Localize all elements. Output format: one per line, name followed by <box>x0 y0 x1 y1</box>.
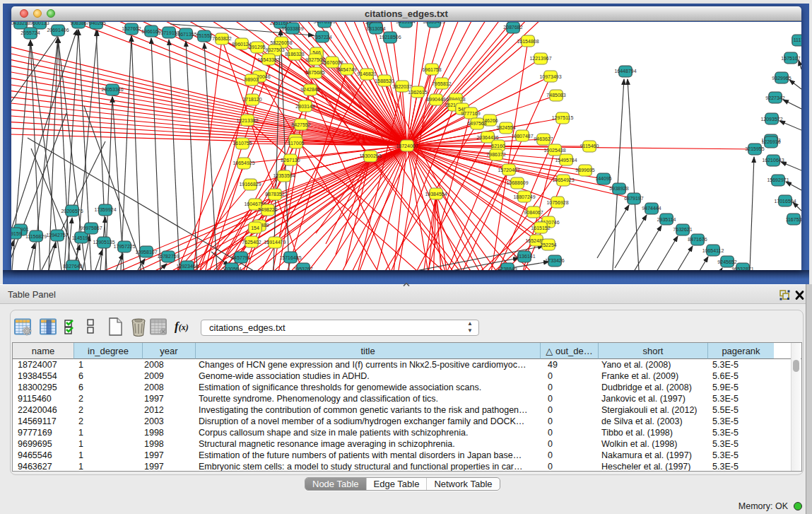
svg-text:7663822: 7663822 <box>212 36 231 41</box>
svg-text:1527602: 1527602 <box>122 26 141 31</box>
svg-text:8186328: 8186328 <box>285 52 304 57</box>
svg-text:7632621: 7632621 <box>673 227 692 232</box>
svg-text:20691406: 20691406 <box>47 28 69 33</box>
svg-text:751552: 751552 <box>196 33 212 38</box>
svg-text:2087682: 2087682 <box>503 25 522 30</box>
svg-text:9227342: 9227342 <box>765 95 784 100</box>
svg-text:14136141: 14136141 <box>513 254 535 259</box>
svg-text:19654923: 19654923 <box>552 177 574 182</box>
svg-text:9457791: 9457791 <box>231 255 250 260</box>
svg-text:12353594: 12353594 <box>273 173 295 178</box>
svg-text:2055724: 2055724 <box>20 30 40 35</box>
svg-text:99975867: 99975867 <box>80 226 102 230</box>
svg-text:9329965: 9329965 <box>772 76 791 81</box>
svg-text:20206576: 20206576 <box>61 209 83 214</box>
svg-text:19166829: 19166829 <box>239 182 261 187</box>
svg-text:6879197: 6879197 <box>624 196 643 201</box>
svg-text:19384554: 19384554 <box>425 192 447 197</box>
svg-text:6961758: 6961758 <box>422 67 441 72</box>
svg-text:10807487: 10807487 <box>511 134 533 139</box>
svg-text:17359924: 17359924 <box>94 207 116 212</box>
svg-text:9474444: 9474444 <box>642 206 661 211</box>
svg-text:15720407: 15720407 <box>498 168 519 173</box>
svg-text:5030564: 5030564 <box>222 267 241 270</box>
svg-text:98903: 98903 <box>245 77 259 82</box>
svg-text:116753: 116753 <box>786 217 801 222</box>
svg-text:9899695: 9899695 <box>575 168 594 173</box>
svg-text:2935114: 2935114 <box>657 217 676 222</box>
svg-text:15692971: 15692971 <box>767 177 789 182</box>
svg-text:26676038: 26676038 <box>321 60 343 65</box>
svg-text:12975115: 12975115 <box>552 115 574 120</box>
svg-text:10654925: 10654925 <box>233 160 254 165</box>
svg-text:17957225: 17957225 <box>113 244 135 249</box>
svg-text:1117: 1117 <box>794 37 801 42</box>
svg-text:16448794: 16448794 <box>614 69 636 74</box>
svg-text:1226916: 1226916 <box>761 139 780 144</box>
svg-text:94078161: 94078161 <box>313 22 335 24</box>
svg-text:10688609: 10688609 <box>506 180 528 185</box>
svg-text:20053346: 20053346 <box>101 87 123 92</box>
svg-text:9115460: 9115460 <box>580 144 599 148</box>
svg-text:9327503: 9327503 <box>265 47 284 52</box>
svg-text:16543382: 16543382 <box>257 57 279 62</box>
svg-text:20364436: 20364436 <box>476 135 498 140</box>
svg-text:7955812: 7955812 <box>432 81 451 86</box>
svg-text:1610755: 1610755 <box>233 141 252 146</box>
svg-text:12213967: 12213967 <box>529 56 551 61</box>
svg-text:7485083: 7485083 <box>546 93 565 98</box>
svg-text:10654112: 10654112 <box>702 248 724 253</box>
svg-text:3953767: 3953767 <box>293 267 312 270</box>
svg-text:18807249: 18807249 <box>513 194 535 199</box>
svg-text:4238849: 4238849 <box>498 267 517 270</box>
svg-text:5498222: 5498222 <box>258 207 277 212</box>
svg-text:891295: 891295 <box>249 45 265 49</box>
svg-text:9245652: 9245652 <box>717 259 736 264</box>
svg-text:9777169: 9777169 <box>461 111 480 116</box>
svg-text:9146821: 9146821 <box>357 71 376 76</box>
svg-text:2803144: 2803144 <box>295 104 314 109</box>
svg-text:10958107: 10958107 <box>135 250 157 255</box>
svg-text:8878352: 8878352 <box>265 192 284 197</box>
svg-text:7940265: 7940265 <box>86 22 105 25</box>
svg-text:5938928: 5938928 <box>609 186 628 191</box>
svg-text:7986372: 7986372 <box>486 152 505 157</box>
svg-text:3413164: 3413164 <box>396 22 415 24</box>
svg-text:3824554: 3824554 <box>496 125 515 130</box>
svg-text:11156829: 11156829 <box>25 234 47 239</box>
svg-text:8471676: 8471676 <box>688 237 707 242</box>
svg-text:15495784: 15495784 <box>555 158 577 163</box>
svg-text:16154808: 16154808 <box>517 39 539 44</box>
svg-text:12905135: 12905135 <box>93 240 114 245</box>
svg-text:1615152: 1615152 <box>531 226 550 230</box>
svg-text:10025438: 10025438 <box>543 148 565 153</box>
svg-text:16033809: 16033809 <box>281 26 303 31</box>
svg-text:1575107: 1575107 <box>781 56 800 61</box>
svg-text:16210643: 16210643 <box>762 158 784 163</box>
svg-text:154: 154 <box>251 226 259 230</box>
svg-text:12213382: 12213382 <box>236 118 258 123</box>
svg-text:2718120: 2718120 <box>242 97 261 102</box>
svg-text:19218506: 19218506 <box>379 35 401 40</box>
svg-text:8813054: 8813054 <box>366 26 385 31</box>
svg-text:12923468: 12923468 <box>176 264 198 269</box>
svg-text:16782759: 16782759 <box>157 254 179 259</box>
svg-text:9084067: 9084067 <box>524 210 543 215</box>
svg-text:12093572: 12093572 <box>760 117 782 122</box>
svg-text:3215955: 3215955 <box>745 146 764 151</box>
svg-text:16914479: 16914479 <box>264 240 286 245</box>
svg-text:0433218: 0433218 <box>11 22 30 25</box>
svg-text:7357224: 7357224 <box>312 35 331 40</box>
svg-text:10756928: 10756928 <box>546 200 568 205</box>
svg-text:7625402: 7625402 <box>242 240 261 245</box>
svg-text:9463627: 9463627 <box>534 136 553 141</box>
svg-text:18724007: 18724007 <box>396 144 418 148</box>
svg-text:1588520: 1588520 <box>375 78 394 83</box>
svg-text:252254: 252254 <box>540 243 556 247</box>
svg-text:8454749: 8454749 <box>337 67 356 72</box>
svg-text:8327648: 8327648 <box>63 264 82 269</box>
svg-text:52553419: 52553419 <box>423 22 445 24</box>
svg-text:8267130: 8267130 <box>281 158 300 163</box>
svg-text:1145194: 1145194 <box>72 235 91 240</box>
svg-text:39159: 39159 <box>11 231 22 236</box>
